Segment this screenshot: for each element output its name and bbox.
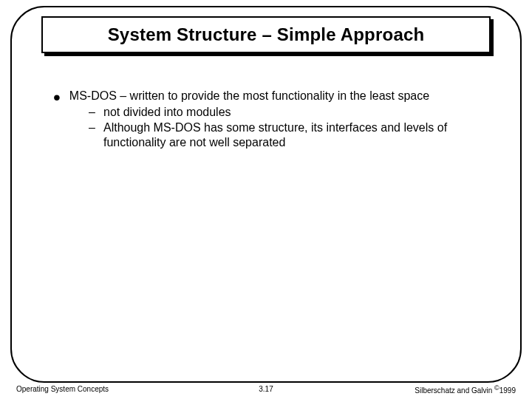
sub-bullet-text: Although MS-DOS has some structure, its … bbox=[103, 120, 489, 150]
slide: System Structure – Simple Approach • MS-… bbox=[0, 0, 532, 399]
sub-bullet-text: not divided into modules bbox=[103, 105, 231, 120]
sub-bullet-list: – not divided into modules – Although MS… bbox=[89, 105, 489, 150]
slide-frame bbox=[10, 6, 522, 383]
footer-right-prefix: Silberschatz and Galvin bbox=[415, 386, 494, 395]
footer-right: Silberschatz and Galvin ©1999 bbox=[415, 384, 516, 395]
bullet-dot-icon: • bbox=[53, 92, 61, 103]
dash-icon: – bbox=[89, 105, 96, 120]
copyright-icon: © bbox=[494, 384, 499, 392]
content-area: • MS-DOS – written to provide the most f… bbox=[53, 89, 489, 150]
footer: Operating System Concepts 3.17 Silbersch… bbox=[10, 384, 522, 395]
footer-center: 3.17 bbox=[259, 385, 273, 393]
title-container: System Structure – Simple Approach bbox=[41, 16, 491, 53]
dash-icon: – bbox=[89, 120, 96, 135]
sub-bullet-item: – not divided into modules bbox=[89, 105, 489, 120]
bullet-text: MS-DOS – written to provide the most fun… bbox=[69, 89, 429, 103]
title-box: System Structure – Simple Approach bbox=[41, 16, 491, 53]
slide-title: System Structure – Simple Approach bbox=[108, 24, 425, 45]
footer-right-year: 1999 bbox=[499, 386, 516, 395]
bullet-item: • MS-DOS – written to provide the most f… bbox=[53, 89, 489, 103]
sub-bullet-item: – Although MS-DOS has some structure, it… bbox=[89, 120, 489, 150]
footer-left: Operating System Concepts bbox=[16, 385, 109, 393]
